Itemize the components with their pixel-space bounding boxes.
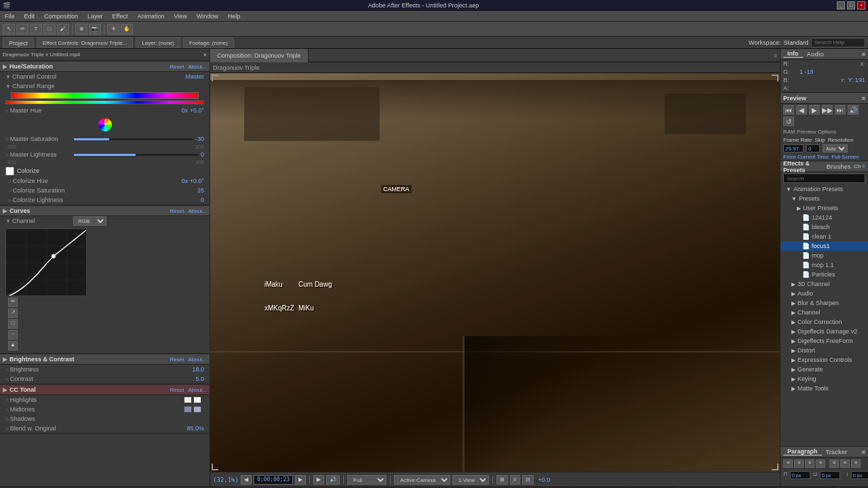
align-left-btn[interactable]: ≡ [783, 460, 793, 468]
cc-reset[interactable]: Reset [170, 387, 184, 393]
master-sat-value[interactable]: -30 [195, 136, 204, 142]
full-screen-btn[interactable]: Full Screen [831, 154, 859, 160]
curves-select-tool[interactable]: ↗ [8, 308, 18, 318]
preset-clean1-item[interactable]: 📄 clean 1 [781, 232, 868, 241]
align-right-btn[interactable]: ≡ [805, 460, 814, 468]
colorize-hue-value[interactable]: 0x +0.0° [182, 178, 204, 184]
audio-item[interactable]: ▶ Audio [781, 289, 868, 298]
left-panel-close[interactable]: × [203, 52, 207, 58]
info-menu-btn[interactable]: ≡ [862, 51, 865, 58]
tool-select[interactable]: ↖ [3, 24, 15, 35]
grid-btn[interactable]: # [510, 475, 519, 485]
preview-tab[interactable]: Preview [783, 95, 806, 102]
para-extra-1[interactable]: ≡ [840, 460, 850, 468]
user-presets-item[interactable]: ▶ User Presets [781, 203, 868, 213]
hue-sat-header[interactable]: ▶ Hue/Saturation Reset About... [0, 61, 210, 72]
menu-file[interactable]: File [3, 13, 17, 20]
indent-left-input[interactable] [790, 471, 810, 479]
tool-text[interactable]: T [30, 24, 42, 35]
paragraph-tab[interactable]: Paragraph [783, 448, 822, 455]
search-input[interactable] [811, 38, 865, 47]
view-count-select[interactable]: 1 View [452, 475, 489, 485]
tool-camera[interactable]: 📷 [89, 24, 101, 35]
time-display[interactable]: 0;00;00;23 [254, 475, 293, 485]
3d-channel-item[interactable]: ▶ 3D Channel [781, 279, 868, 289]
project-tab[interactable]: Project [3, 37, 34, 48]
preset-mop-item[interactable]: 📄 mop [781, 251, 868, 260]
indent-right-input[interactable] [820, 471, 840, 479]
preview-last-frame[interactable]: ⏭ [835, 105, 846, 115]
digeffects-freeform-item[interactable]: ▶ Digeffects FreeForm [781, 336, 868, 346]
preview-play[interactable]: ▶ [809, 105, 820, 115]
presets-item[interactable]: ▼ Presets [781, 194, 868, 203]
effect-controls-tab[interactable]: Effect Controls: Dragonuov Triple... [37, 37, 133, 48]
generate-item[interactable]: ▶ Generate [781, 365, 868, 374]
preview-audio[interactable]: 🔊 [848, 105, 859, 115]
frame-rate-input[interactable] [783, 144, 804, 152]
master-sat-slider[interactable] [74, 138, 193, 140]
res-select[interactable]: AutoFullHalf [823, 144, 848, 152]
menu-edit[interactable]: Edit [22, 13, 37, 20]
tool-pan[interactable]: ✋ [121, 24, 133, 35]
keying-item[interactable]: ▶ Keying [781, 374, 868, 384]
audio-tab[interactable]: Audio [803, 51, 829, 58]
para-menu-btn[interactable]: ≡ [862, 449, 865, 455]
color-correction-item[interactable]: ▶ Color Correction [781, 317, 868, 327]
effects-menu-btn[interactable]: ≡ [862, 163, 865, 169]
cc-about[interactable]: About... [188, 387, 207, 393]
cc-header[interactable]: ▶ CC Tonal Reset About... [0, 384, 210, 395]
blend-value[interactable]: 85.0% [186, 425, 204, 432]
tool-anchor[interactable]: ✛ [107, 24, 119, 35]
view-select[interactable]: Active Camera [394, 475, 450, 485]
curves-pen-tool[interactable]: ✏ [8, 298, 18, 307]
viewport-menu-btn[interactable]: ≡ [771, 52, 780, 59]
channel-control-value[interactable]: Master [185, 73, 204, 80]
curves-reset[interactable]: Reset [170, 208, 184, 214]
ram-preview-options[interactable]: RAM Preview Options [781, 127, 868, 136]
master-light-slider[interactable] [74, 154, 198, 156]
brightness-value[interactable]: 18.0 [192, 366, 204, 373]
curves-svg[interactable] [5, 228, 87, 296]
curves-header[interactable]: ▶ Curves Reset About... [0, 205, 210, 216]
space-before-input[interactable] [851, 471, 868, 479]
prev-frame-btn[interactable]: ◀ [241, 475, 252, 485]
align-center-btn[interactable]: ≡ [794, 460, 804, 468]
align-right-justify-btn[interactable]: ≡ [829, 460, 839, 468]
blur-sharpen-item[interactable]: ▶ Blur & Sharpen [781, 298, 868, 308]
from-current-btn[interactable]: From Current Time [783, 154, 829, 160]
info-tab[interactable]: Info [783, 50, 803, 58]
composition-tab[interactable]: Composition: Dragonuov Triple [210, 49, 309, 62]
colorize-light-value[interactable]: 0 [201, 197, 204, 203]
audio-btn[interactable]: 🔊 [326, 475, 340, 485]
menu-window[interactable]: Window [195, 13, 220, 20]
tool-zoom[interactable]: ⊕ [75, 24, 87, 35]
colorize-sat-value[interactable]: 25 [197, 187, 204, 194]
hue-sat-about[interactable]: About... [188, 64, 207, 70]
preview-next-frame[interactable]: ▶▶ [822, 105, 833, 115]
curves-smooth-tool[interactable]: ~ [8, 330, 18, 340]
menu-effect[interactable]: Effect [111, 13, 130, 20]
bc-about[interactable]: About... [188, 357, 207, 363]
midtone-swatch-1[interactable] [184, 406, 192, 413]
colorize-checkbox[interactable] [5, 167, 14, 176]
master-hue-value[interactable]: 0x +5.0° [182, 107, 204, 114]
resolution-select[interactable]: FullHalfQuarter [347, 475, 387, 485]
animation-presets-item[interactable]: ▼ Animation Presets [781, 184, 868, 194]
maximize-btn[interactable]: □ [847, 1, 855, 9]
menu-help[interactable]: Help [226, 13, 243, 20]
brushes-tab[interactable]: Brushes [827, 163, 851, 170]
channel-item[interactable]: ▶ Channel [781, 308, 868, 317]
bc-reset[interactable]: Reset [170, 357, 184, 363]
tool-pen[interactable]: ✏ [16, 24, 28, 35]
hue-wheel[interactable] [98, 118, 112, 131]
tracker-tab[interactable]: Tracker [822, 449, 852, 455]
menu-layer[interactable]: Layer [85, 13, 105, 20]
master-light-value[interactable]: 0 [201, 151, 204, 158]
preview-menu-btn[interactable]: ≡ [862, 95, 865, 102]
next-frame-btn[interactable]: ▶ [295, 475, 306, 485]
align-justify-btn[interactable]: ≡ [816, 460, 825, 468]
preset-particles-item[interactable]: 📄 Particles [781, 270, 868, 279]
rulers-btn[interactable]: ⊟ [522, 475, 534, 485]
menu-view[interactable]: View [172, 13, 189, 20]
digeffects-damage-item[interactable]: ▶ Digeffects Damage v2 [781, 327, 868, 336]
